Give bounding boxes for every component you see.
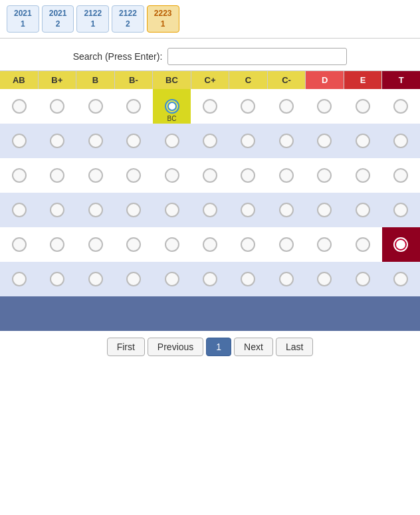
cell-r2-10[interactable] xyxy=(382,124,420,158)
radio-r2-5[interactable] xyxy=(203,134,217,148)
radio-r1-1[interactable] xyxy=(50,99,64,114)
cell-r4-6[interactable] xyxy=(229,193,267,227)
cell-r5-7[interactable] xyxy=(267,227,305,262)
cell-r1-0[interactable] xyxy=(0,89,38,124)
cell-r1-10[interactable] xyxy=(382,89,420,124)
radio-r1-6[interactable] xyxy=(241,99,255,114)
radio-r5-10-selected[interactable] xyxy=(393,237,408,252)
cell-r3-0[interactable] xyxy=(0,158,38,193)
cell-r3-3[interactable] xyxy=(114,158,152,193)
cell-r6-5[interactable] xyxy=(191,262,229,296)
radio-r2-10[interactable] xyxy=(393,134,408,148)
cell-r5-10[interactable] xyxy=(382,227,420,262)
radio-r1-3[interactable] xyxy=(126,99,141,114)
cell-r2-2[interactable] xyxy=(76,124,114,158)
radio-r2-0[interactable] xyxy=(12,134,27,148)
cell-r3-7[interactable] xyxy=(267,158,305,193)
cell-r4-2[interactable] xyxy=(76,193,114,227)
radio-r5-3[interactable] xyxy=(126,237,141,252)
radio-r6-2[interactable] xyxy=(88,272,103,286)
cell-r1-9[interactable] xyxy=(344,89,381,124)
radio-r5-5[interactable] xyxy=(203,237,217,252)
cell-r4-4[interactable] xyxy=(153,193,191,227)
cell-r5-3[interactable] xyxy=(114,227,152,262)
radio-r1-4-selected[interactable] xyxy=(165,99,179,114)
radio-r4-5[interactable] xyxy=(203,203,217,217)
radio-r3-0[interactable] xyxy=(12,168,27,183)
search-input[interactable] xyxy=(167,48,347,65)
radio-r5-2[interactable] xyxy=(88,237,103,252)
radio-r4-4[interactable] xyxy=(165,203,179,217)
cell-r6-8[interactable] xyxy=(306,262,344,296)
radio-r5-1[interactable] xyxy=(50,237,64,252)
radio-r4-9[interactable] xyxy=(356,203,370,217)
radio-r4-2[interactable] xyxy=(88,203,103,217)
radio-r3-1[interactable] xyxy=(50,168,64,183)
radio-r1-0[interactable] xyxy=(12,99,27,114)
radio-r6-7[interactable] xyxy=(279,272,294,286)
previous-button[interactable]: Previous xyxy=(148,338,203,356)
cell-r6-0[interactable] xyxy=(0,262,38,296)
cell-r6-3[interactable] xyxy=(114,262,152,296)
radio-r4-10[interactable] xyxy=(393,203,408,217)
cell-r2-5[interactable] xyxy=(191,124,229,158)
radio-r1-9[interactable] xyxy=(356,99,370,114)
radio-r6-0[interactable] xyxy=(12,272,27,286)
radio-r3-7[interactable] xyxy=(279,168,294,183)
cell-r3-1[interactable] xyxy=(38,158,76,193)
cell-r3-4[interactable] xyxy=(153,158,191,193)
radio-r2-9[interactable] xyxy=(356,134,370,148)
current-page-button[interactable]: 1 xyxy=(206,338,231,356)
cell-r4-0[interactable] xyxy=(0,193,38,227)
radio-r4-8[interactable] xyxy=(317,203,332,217)
radio-r3-9[interactable] xyxy=(356,168,370,183)
cell-r2-4[interactable] xyxy=(153,124,191,158)
cell-r5-0[interactable] xyxy=(0,227,38,262)
cell-r6-7[interactable] xyxy=(267,262,305,296)
cell-r1-3[interactable] xyxy=(114,89,152,124)
cell-r4-3[interactable] xyxy=(114,193,152,227)
cell-r2-7[interactable] xyxy=(267,124,305,158)
radio-r2-6[interactable] xyxy=(241,134,255,148)
first-button[interactable]: First xyxy=(107,338,145,356)
radio-r1-7[interactable] xyxy=(279,99,294,114)
cell-r5-9[interactable] xyxy=(344,227,381,262)
radio-r2-7[interactable] xyxy=(279,134,294,148)
cell-r6-4[interactable] xyxy=(153,262,191,296)
radio-r1-2[interactable] xyxy=(88,99,103,114)
radio-r3-2[interactable] xyxy=(88,168,103,183)
cell-r5-8[interactable] xyxy=(306,227,344,262)
radio-r3-4[interactable] xyxy=(165,168,179,183)
cell-r2-9[interactable] xyxy=(344,124,381,158)
next-button[interactable]: Next xyxy=(234,338,273,356)
radio-r6-6[interactable] xyxy=(241,272,255,286)
cell-r4-10[interactable] xyxy=(382,193,420,227)
radio-r2-8[interactable] xyxy=(317,134,332,148)
cell-r5-1[interactable] xyxy=(38,227,76,262)
radio-r2-3[interactable] xyxy=(126,134,141,148)
cell-r3-9[interactable] xyxy=(344,158,381,193)
radio-r3-3[interactable] xyxy=(126,168,141,183)
radio-r4-7[interactable] xyxy=(279,203,294,217)
cell-r5-5[interactable] xyxy=(191,227,229,262)
radio-r3-10[interactable] xyxy=(393,168,408,183)
cell-r5-4[interactable] xyxy=(153,227,191,262)
radio-r6-3[interactable] xyxy=(126,272,141,286)
cell-r4-5[interactable] xyxy=(191,193,229,227)
radio-r5-4[interactable] xyxy=(165,237,179,252)
radio-r1-8[interactable] xyxy=(317,99,332,114)
last-button[interactable]: Last xyxy=(276,338,313,356)
tab-2223-1[interactable]: 22231 xyxy=(147,5,179,33)
radio-r5-8[interactable] xyxy=(317,237,332,252)
cell-r5-2[interactable] xyxy=(76,227,114,262)
radio-r5-6[interactable] xyxy=(241,237,255,252)
cell-r2-6[interactable] xyxy=(229,124,267,158)
radio-r4-6[interactable] xyxy=(241,203,255,217)
radio-r1-5[interactable] xyxy=(203,99,217,114)
radio-r6-4[interactable] xyxy=(165,272,179,286)
cell-r1-8[interactable] xyxy=(306,89,344,124)
cell-r4-8[interactable] xyxy=(306,193,344,227)
cell-r2-1[interactable] xyxy=(38,124,76,158)
radio-r2-4[interactable] xyxy=(165,134,179,148)
cell-r4-7[interactable] xyxy=(267,193,305,227)
